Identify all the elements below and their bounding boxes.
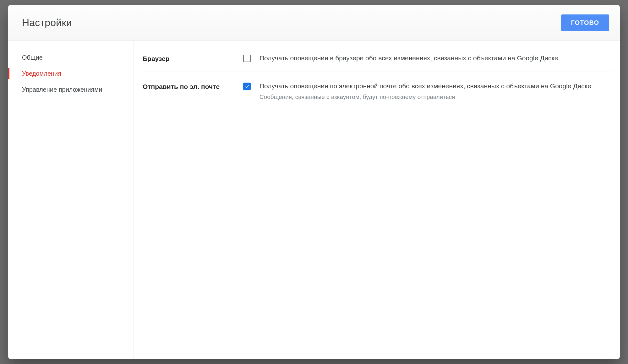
setting-row-email: Отправить по эл. почте Получать оповещен… bbox=[143, 72, 614, 109]
setting-control-browser: Получать оповещения в браузере обо всех … bbox=[243, 53, 614, 63]
email-notifications-checkbox[interactable] bbox=[243, 83, 251, 90]
sidebar-item-manage-apps[interactable]: Управление приложениями bbox=[8, 82, 134, 98]
dialog-body: Общие Уведомления Управление приложениям… bbox=[8, 41, 620, 359]
setting-hint-email: Сообщения, связанные с аккаунтом, будут … bbox=[259, 93, 614, 101]
setting-desc-browser: Получать оповещения в браузере обо всех … bbox=[259, 53, 614, 63]
setting-text-browser: Получать оповещения в браузере обо всех … bbox=[259, 53, 614, 63]
setting-desc-email: Получать оповещения по электронной почте… bbox=[259, 81, 614, 91]
setting-label-browser: Браузер bbox=[143, 53, 243, 63]
setting-control-email: Получать оповещения по электронной почте… bbox=[243, 81, 614, 101]
settings-dialog: Настройки ГОТОВО Общие Уведомления Управ… bbox=[8, 5, 620, 359]
done-button[interactable]: ГОТОВО bbox=[561, 14, 609, 31]
checkbox-wrap-browser bbox=[243, 53, 251, 62]
browser-notifications-checkbox[interactable] bbox=[243, 55, 251, 62]
dialog-title: Настройки bbox=[22, 17, 72, 29]
setting-label-email: Отправить по эл. почте bbox=[143, 81, 243, 91]
sidebar-item-notifications[interactable]: Уведомления bbox=[8, 66, 134, 82]
settings-content: Браузер Получать оповещения в браузере о… bbox=[134, 41, 620, 359]
checkbox-wrap-email bbox=[243, 81, 251, 90]
sidebar-item-general[interactable]: Общие bbox=[8, 50, 134, 66]
dialog-header: Настройки ГОТОВО bbox=[8, 5, 620, 41]
check-icon bbox=[244, 84, 250, 89]
settings-sidebar: Общие Уведомления Управление приложениям… bbox=[8, 41, 134, 359]
setting-row-browser: Браузер Получать оповещения в браузере о… bbox=[143, 50, 614, 72]
setting-text-email: Получать оповещения по электронной почте… bbox=[259, 81, 614, 101]
